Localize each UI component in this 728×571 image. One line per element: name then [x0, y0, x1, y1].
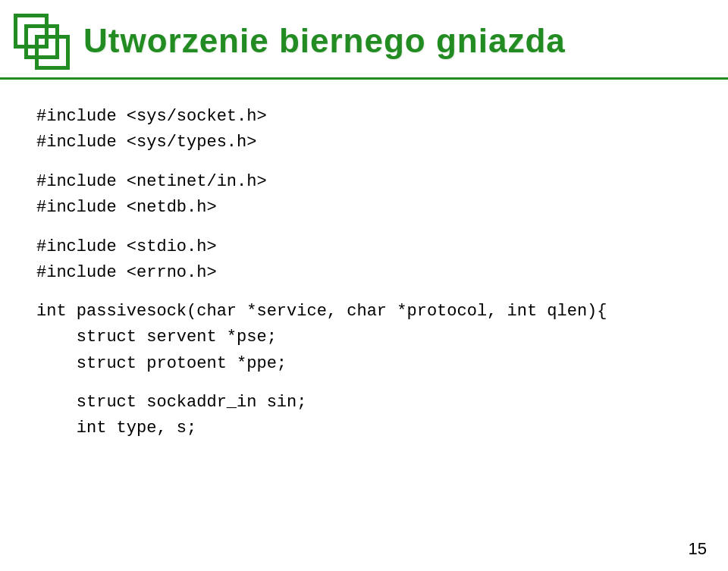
code-line-10: struct sockaddr_in sin;: [36, 390, 692, 416]
logo-square-3: [35, 35, 70, 70]
code-spacer-3: [36, 286, 692, 300]
code-spacer-2: [36, 221, 692, 234]
code-line-2: #include <sys/types.h>: [36, 130, 692, 155]
code-line-11: int type, s;: [36, 416, 692, 441]
code-line-9: struct protoent *ppe;: [36, 351, 692, 377]
code-spacer-1: [36, 155, 692, 169]
code-line-4: #include <netdb.h>: [36, 195, 692, 221]
code-line-7: int passivesock(char *service, char *pro…: [36, 299, 692, 325]
logo: [14, 14, 68, 68]
code-spacer-4: [36, 377, 692, 391]
code-line-5: #include <stdio.h>: [36, 234, 692, 260]
page-title: Utworzenie biernego gniazda: [83, 22, 566, 60]
code-line-3: #include <netinet/in.h>: [36, 169, 692, 195]
code-content: #include <sys/socket.h> #include <sys/ty…: [0, 80, 728, 456]
code-line-6: #include <errno.h>: [36, 260, 692, 286]
code-block: #include <sys/socket.h> #include <sys/ty…: [36, 104, 692, 441]
page-number: 15: [689, 539, 707, 559]
code-line-8: struct servent *pse;: [36, 325, 692, 350]
header: Utworzenie biernego gniazda: [0, 0, 728, 80]
code-line-1: #include <sys/socket.h>: [36, 104, 692, 130]
